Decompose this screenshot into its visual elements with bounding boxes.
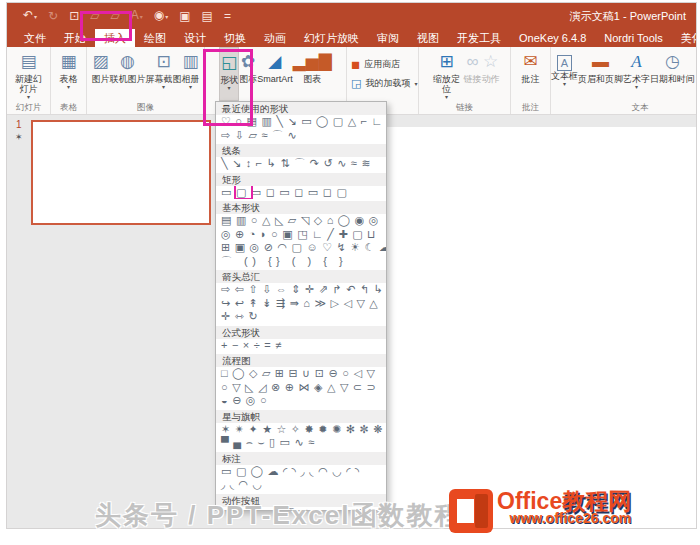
smartart-button[interactable]: ◢ SmartArt — [257, 47, 293, 101]
table-icon: ▦ — [60, 52, 76, 74]
tab-meihua-dashi[interactable]: 美化大师 — [672, 29, 696, 47]
group-label-comments: 批注 — [511, 101, 550, 114]
stars-banners-row-1[interactable]: ✶✴✦★☆✧✸✹✺✻✼❋ — [216, 423, 386, 437]
tab-design[interactable]: 设计 — [175, 29, 215, 47]
photo-album-icon: ▥ — [182, 52, 198, 74]
zoom-button[interactable]: ⊞ 缩放定位 ▾ — [430, 47, 464, 101]
header-footer-icon: ▬ — [592, 52, 609, 74]
text-box-button[interactable]: A 文本框 ▾ — [551, 47, 578, 101]
comment-icon: ✉ — [523, 52, 537, 74]
table-button[interactable]: ▦ 表格 ▾ — [60, 47, 78, 101]
slide-number-label: 1 — [16, 119, 22, 130]
online-pictures-button[interactable]: ◍ 联机图片 — [110, 47, 146, 101]
callouts-row-2[interactable]: ◞◟◠◡ — [216, 478, 386, 492]
ribbon-group-text: A 文本框 ▾ ▬ 页眉和页脚 A 艺术字 ▾ ◷ — [551, 47, 696, 114]
section-header-block-arrows: 箭头总汇 — [216, 270, 386, 283]
tab-slideshow[interactable]: 幻灯片放映 — [295, 29, 368, 47]
animation-star-icon: ✶ — [15, 132, 23, 142]
photo-album-button[interactable]: ▥ 相册 ▾ — [182, 47, 200, 101]
redo-icon[interactable]: ↻ — [48, 10, 58, 22]
section-header-flowchart: 流程图 — [216, 354, 386, 367]
flowchart-row-3[interactable]: ◒⊖◎○ — [216, 394, 386, 408]
save-icon[interactable]: ▣ — [179, 10, 190, 22]
section-header-basic-shapes: 基本形状 — [216, 201, 386, 214]
chart-button[interactable]: ▂▅▇ 图表 — [293, 47, 332, 101]
ribbon-group-table: ▦ 表格 ▾ 表格 — [51, 47, 87, 114]
section-header-lines: 线条 — [216, 144, 386, 157]
flowchart-row-1[interactable]: □◯◇▱⊞⊟∪⊡⊖○◁▽ — [216, 367, 386, 381]
office-logo-icon — [449, 489, 493, 533]
highlight-box-shapes-button — [203, 49, 253, 126]
slide-number-button[interactable]: # 幻灯片编号 — [695, 47, 696, 101]
recent-shapes-row-2[interactable]: ⇨⇩▱≈⌒∿ — [216, 129, 386, 143]
store-button[interactable]: ◼ 应用商店 — [351, 58, 414, 71]
font-color-icon: A▾ — [131, 9, 143, 23]
shapes-dropdown-menu: 最近使用的形状 ♡○▤▥╲↘▭◯▢△⌐∟ ⇨⇩▱≈⌒∿ 线条 ╲↘↕⌐↳⇅⌒↷↺… — [215, 101, 387, 511]
link-icon: ∞ — [466, 52, 478, 74]
tab-view[interactable]: 视图 — [408, 29, 448, 47]
stars-banners-row-2[interactable]: ▀▄⌢⌣▯▭∿≈ — [216, 436, 386, 450]
basic-shapes-row-4[interactable]: ⌒ () {} ( ) { } — [216, 255, 386, 269]
equation-shapes-row[interactable]: +−×÷=≠ — [216, 339, 386, 353]
screenshot-icon: ⊡ — [156, 52, 170, 74]
tab-transitions[interactable]: 切换 — [215, 29, 255, 47]
section-header-stars-banners: 星与旗帜 — [216, 410, 386, 423]
block-arrows-row-1[interactable]: ⇨⇦⇧⇩⇔⇕✛⇗↱↶↰↳ — [216, 283, 386, 297]
group-label-images: 图像 — [87, 101, 204, 114]
flowchart-row-2[interactable]: ○▽◺◿⊗⊕⋈◈△▽⊂⊃ — [216, 381, 386, 395]
group-label-links: 链接 — [419, 101, 510, 114]
rectangles-row[interactable]: ▭▢▭◻▭◻▭◻▢ — [216, 186, 386, 200]
block-arrows-row-2[interactable]: ↪↩↟↡⇶⇛⌂≫▷◁▽△ — [216, 297, 386, 311]
basic-shapes-row-1[interactable]: ▤▥○△◺▱◹◇⌂◯◉◎ — [216, 214, 386, 228]
new-slide-button[interactable]: ▤ 新建幻灯片 ▾ — [12, 47, 46, 101]
lines-row[interactable]: ╲↘↕⌐↳⇅⌒↷↺∿≈≋ — [216, 157, 386, 171]
open-icon[interactable]: ▤ — [202, 10, 213, 22]
block-arrows-row-3[interactable]: ✛⇿↻ — [216, 310, 386, 324]
watermark-text: 头条号 / PPT-Excel函数教程 — [95, 498, 462, 533]
office-tutorial-logo: Office教程网 www.office26.com — [449, 489, 631, 533]
tab-developer[interactable]: 开发工具 — [448, 29, 510, 47]
rounded-rectangle-shape-highlighted[interactable]: ▢ — [236, 186, 251, 198]
date-time-button[interactable]: ◷ 日期和时间 — [650, 47, 695, 101]
tab-draw[interactable]: 绘图 — [135, 29, 175, 47]
undo-icon[interactable]: ↶▾ — [23, 9, 37, 23]
online-pictures-icon: ◍ — [120, 52, 135, 74]
section-header-rectangles: 矩形 — [216, 173, 386, 186]
comment-button[interactable]: ✉ 批注 — [522, 47, 540, 101]
basic-shapes-row-2[interactable]: ◎⊕◔◗○▣◳∟╱✚▢⊔ — [216, 228, 386, 242]
tab-onekey[interactable]: OneKey 6.4.8 — [510, 29, 595, 47]
tab-file[interactable]: 文件 — [15, 29, 55, 47]
slide-canvas — [387, 127, 696, 529]
section-header-callouts: 标注 — [216, 452, 386, 465]
highlight-box-insert-tab — [80, 11, 132, 41]
group-label-table: 表格 — [51, 101, 86, 114]
callouts-row-1[interactable]: ▭▢◯☁◜◝◞◟◠◡◜◝ — [216, 465, 386, 479]
tab-review[interactable]: 审阅 — [368, 29, 408, 47]
tab-nordri-tools[interactable]: Nordri Tools — [595, 29, 672, 47]
ribbon-group-slides: ▤ 新建幻灯片 ▾ 幻灯片 — [7, 47, 51, 114]
window-title: 演示文稿1 - PowerPoint — [570, 3, 686, 29]
slide-thumbnail[interactable] — [31, 120, 211, 225]
powerpoint-window: ↶▾ ↻ ⊡ ▱ ▱ A▾ ◉▾ ▣ ▤ = 演示文稿1 - PowerPoin… — [0, 0, 700, 545]
store-icon: ◼ — [351, 58, 360, 71]
basic-shapes-row-3[interactable]: ⊞▣◎⊘◠▢☺♡↯☀☾☁ — [216, 241, 386, 255]
touch-mouse-mode-icon[interactable]: ◉▾ — [154, 9, 169, 23]
action-button: ☆ 动作 — [482, 47, 500, 101]
screenshot-button[interactable]: ⊡ 屏幕截图 ▾ — [146, 47, 182, 101]
logo-url-text: www.office26.com — [497, 511, 631, 525]
date-time-icon: ◷ — [665, 52, 680, 74]
start-slideshow-icon[interactable]: ⊡ — [69, 10, 79, 22]
wordart-button[interactable]: A 艺术字 ▾ — [623, 47, 650, 101]
my-addins-icon: ◲ — [351, 77, 361, 90]
ribbon-group-comments: ✉ 批注 批注 — [511, 47, 551, 114]
tab-animations[interactable]: 动画 — [255, 29, 295, 47]
ribbon-group-images: ▨ 图片 ◍ 联机图片 ⊡ 屏幕截图 ▾ ▥ 相册 — [87, 47, 205, 114]
my-addins-button[interactable]: ◲ 我的加载项 ▾ — [351, 77, 414, 90]
pictures-button[interactable]: ▨ 图片 — [92, 47, 110, 101]
chart-icon: ▂▅▇ — [293, 52, 332, 74]
wordart-icon: A — [631, 52, 641, 74]
smartart-icon: ◢ — [268, 52, 281, 74]
app-window: ↶▾ ↻ ⊡ ▱ ▱ A▾ ◉▾ ▣ ▤ = 演示文稿1 - PowerPoin… — [6, 2, 697, 529]
header-footer-button[interactable]: ▬ 页眉和页脚 — [578, 47, 623, 101]
customize-qat-icon[interactable]: = — [224, 10, 231, 22]
